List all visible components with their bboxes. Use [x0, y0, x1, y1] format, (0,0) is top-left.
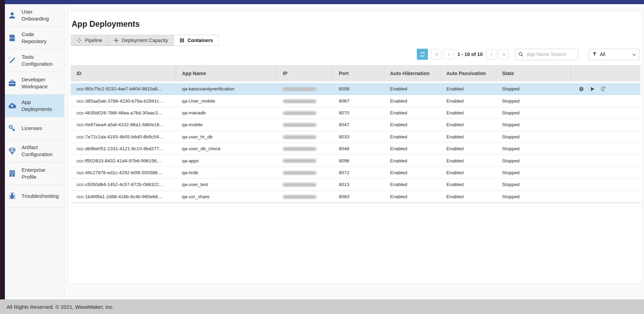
cell-port: 8033 — [333, 134, 384, 139]
cell-auto-passivation: Enabled — [440, 134, 496, 139]
cell-id: ccc-db9be051-2331-4121-8c10-8bd277… — [71, 146, 176, 151]
sidebar-item-label: Troubleshooting — [22, 193, 60, 200]
ip-redacted — [283, 183, 316, 187]
ip-redacted — [283, 135, 316, 139]
tab-label: Pipeline — [85, 38, 102, 43]
tab-label: Containers — [188, 38, 213, 43]
refresh-button[interactable] — [417, 49, 428, 60]
cell-ip — [277, 98, 333, 104]
ip-redacted — [283, 99, 316, 103]
settings-button[interactable] — [579, 86, 584, 92]
cell-port: 8070 — [333, 110, 384, 115]
cell-port: 8047 — [333, 122, 384, 127]
key-icon — [8, 124, 17, 133]
table-row[interactable]: ccc-db9be051-2331-4121-8c10-8bd277…qa-us… — [71, 143, 641, 155]
ip-redacted — [283, 171, 316, 175]
ip-redacted — [283, 87, 316, 91]
column-header-id: ID — [71, 65, 176, 81]
cell-actions: Passivate — [571, 86, 641, 92]
cell-auto-passivation: Enabled — [440, 182, 496, 187]
tab-label: Deployment Capacity — [122, 38, 168, 43]
table-row[interactable]: ccc-1b499fa1-2d98-416b-8c4b-960e68…qa-us… — [71, 191, 641, 203]
cell-app-name: qa-user_hr_db — [176, 134, 277, 139]
table-header-row: IDApp NameIPPortAuto HibernationAuto Pas… — [71, 65, 641, 81]
ip-redacted — [283, 195, 316, 199]
content-card: App Deployments PipelineDeployment Capac… — [68, 11, 643, 284]
copyright-text: All Rights Reserved. © 2021, WaveMaker, … — [7, 304, 114, 310]
cell-app-name: qa-usr_share — [176, 194, 277, 199]
cell-id: ccc-49c27876-ed1c-4292-b0f8-550588… — [71, 170, 176, 175]
table-row[interactable]: ccc-ff502633-8432-41d4-97b6-996156…qa-ap… — [71, 155, 641, 167]
cell-id: ccc-ff502633-8432-41d4-97b6-996156… — [71, 158, 176, 163]
prev-page-button[interactable] — [444, 49, 454, 59]
sidebar-item-licenses[interactable]: Licenses — [5, 117, 64, 140]
sidebar-item-app-deployments[interactable]: App Deployments — [5, 95, 64, 117]
funnel-icon — [593, 51, 597, 57]
cell-state: Stopped — [496, 146, 571, 151]
cell-id: ccc-0e97aea4-a5af-4102-86a1-fd60e16… — [71, 122, 176, 127]
sidebar-item-label: User Onboarding — [22, 8, 60, 22]
tab-pipeline[interactable]: Pipeline — [71, 35, 108, 46]
main-content: App Deployments PipelineDeployment Capac… — [64, 4, 644, 299]
last-page-button[interactable] — [498, 49, 509, 59]
cell-state: Stopped — [496, 122, 571, 127]
cell-state: Stopped — [496, 170, 571, 175]
cell-id: ccc-f85c75c2-9232-4ee7-b404-9810a8… — [71, 86, 176, 91]
first-page-button[interactable] — [431, 49, 442, 59]
cell-port: 8067 — [333, 98, 384, 104]
sidebar-item-tools-configuration[interactable]: Tools Configuration — [5, 49, 64, 72]
filter-dropdown[interactable]: All — [589, 49, 639, 60]
briefcase-icon — [8, 79, 17, 88]
table-row[interactable]: ccc-f85c75c2-9232-4ee7-b404-9810a8…qa-ba… — [71, 83, 641, 95]
sidebar-item-enterprise-profile[interactable]: Enterprise Profile — [5, 162, 64, 185]
cloud-upload-icon — [8, 101, 17, 110]
tab-containers[interactable]: Containers — [174, 35, 219, 46]
sidebar-nav: User Onboarding</>Code RepositoryTools C… — [5, 4, 64, 299]
cell-ip — [277, 194, 333, 199]
svg-text:</>: </> — [10, 36, 15, 40]
cell-auto-passivation: Enabled — [440, 110, 496, 115]
cell-state: Stopped — [496, 98, 571, 104]
cell-ip — [277, 122, 333, 127]
settings-gear-icon — [579, 86, 584, 92]
table-row[interactable]: ccc-c5050d64-1452-4c57-872b-086322…qa-us… — [71, 179, 641, 191]
cell-app-name: qa-basicsanityverification — [176, 86, 277, 91]
next-page-button[interactable] — [486, 49, 496, 59]
passivate-moon-icon — [601, 86, 606, 91]
cell-app-name: qa-User_mobile — [176, 98, 277, 104]
containers-table: IDApp NameIPPortAuto HibernationAuto Pas… — [71, 65, 641, 203]
sidebar-item-developer-workspace[interactable]: Developer Workspace — [5, 72, 64, 95]
ip-redacted — [283, 111, 316, 115]
passivate-button[interactable] — [601, 86, 606, 91]
app-name-search — [515, 49, 578, 60]
magic-wand-icon — [8, 56, 17, 65]
sidebar-item-artifact-configuration[interactable]: Artifact Configuration — [5, 140, 64, 162]
sidebar-item-code-repository[interactable]: </>Code Repository — [5, 27, 64, 49]
start-button[interactable] — [590, 87, 595, 91]
sidebar-item-troubleshooting[interactable]: Troubleshooting — [5, 185, 64, 208]
column-header-auto-passivation: Auto Passivation — [440, 65, 496, 81]
table-row[interactable]: ccc-49c27876-ed1c-4292-b0f8-550588…qa-hr… — [71, 167, 641, 179]
search-input[interactable] — [515, 49, 578, 60]
cell-state: Stopped — [496, 86, 571, 91]
table-row[interactable]: ccc-385aa5ab-3788-4230-b78a-b2841c…qa-Us… — [71, 95, 641, 107]
tab-deployment-capacity[interactable]: Deployment Capacity — [108, 35, 174, 46]
chevron-down-icon — [632, 51, 636, 57]
code-repository-icon: </> — [8, 33, 17, 42]
filter-selected-value: All — [600, 51, 632, 57]
containers-icon — [180, 38, 184, 43]
sidebar-item-user-onboarding[interactable]: User Onboarding — [5, 4, 64, 27]
cell-auto-passivation: Enabled — [440, 194, 496, 199]
cell-port: 8058 — [333, 86, 384, 91]
table-row[interactable]: ccc-0e97aea4-a5af-4102-86a1-fd60e16…qa-m… — [71, 119, 641, 131]
capacity-icon — [114, 38, 119, 43]
cell-auto-hibernation: Enabled — [384, 134, 440, 139]
building-icon — [8, 169, 17, 178]
sidebar-item-label: Enterprise Profile — [22, 167, 60, 180]
table-row[interactable]: ccc-4835d026-788f-46ea-a76d-30aac3…qa-ma… — [71, 107, 641, 119]
table-row[interactable]: ccc-7e72c1da-4193-4b05-b8d0-6b9c54…qa-us… — [71, 131, 641, 143]
cell-ip — [277, 86, 333, 91]
cell-ip — [277, 110, 333, 115]
cell-auto-hibernation: Enabled — [384, 110, 440, 115]
cell-port: 8013 — [333, 182, 384, 187]
